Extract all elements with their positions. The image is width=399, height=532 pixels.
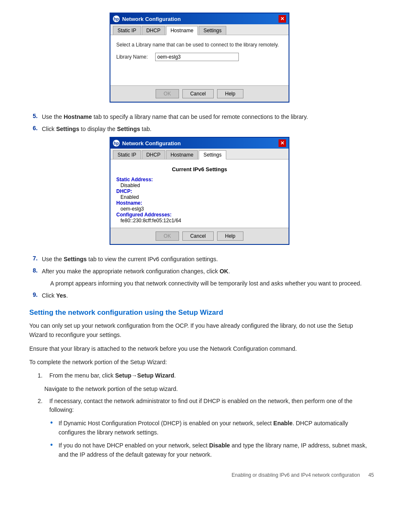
settings-help-button[interactable]: Help — [217, 231, 243, 241]
hp-icon: hp — [113, 15, 120, 22]
hostname-help-button[interactable]: Help — [217, 89, 243, 98]
main-content-top: 5. Use the Hostname tab to specify a lib… — [25, 113, 374, 134]
dhcp-value: Enabled — [116, 194, 283, 200]
step-7: 7. Use the Settings tab to view the curr… — [29, 255, 370, 264]
hostname-ok-button[interactable]: OK — [156, 89, 179, 98]
configured-value: fe80::230:8cff:fe05:12c1/64 — [116, 218, 283, 224]
page-number: 45 — [368, 472, 374, 478]
tab-dhcp-1[interactable]: DHCP — [142, 26, 165, 35]
step-5: 5. Use the Hostname tab to specify a lib… — [29, 113, 370, 121]
library-name-input[interactable] — [155, 53, 239, 61]
step-9-num: 9. — [29, 291, 38, 298]
setup-step-1-num: 1. — [38, 371, 45, 380]
setup-step-1: 1. From the menu bar, click Setup→Setup … — [38, 371, 370, 380]
step-8-sub: A prompt appears informing you that netw… — [29, 279, 370, 288]
step-8: 8. After you make the appropriate networ… — [29, 267, 370, 276]
settings-tabs: Static IP DHCP Hostname Settings — [110, 149, 289, 159]
dhcp-label: DHCP: — [116, 188, 283, 194]
static-address-value: Disabled — [116, 182, 283, 188]
hostname-label: Hostname: — [116, 200, 283, 206]
hostname-dialog-body: Select a Library name that can be used t… — [110, 35, 289, 85]
hostname-dialog: hp Network Configuration ✕ Static IP DHC… — [110, 13, 289, 103]
tab-settings-2[interactable]: Settings — [199, 150, 226, 159]
setup-step-1-sub: Navigate to the network portion of the s… — [44, 384, 370, 393]
settings-hp-icon: hp — [113, 140, 120, 146]
steps-5-6: 5. Use the Hostname tab to specify a lib… — [29, 113, 370, 134]
settings-dialog-wrapper: hp Network Configuration ✕ Static IP DHC… — [25, 137, 374, 245]
step-8-text: After you make the appropriate network c… — [42, 267, 370, 276]
setup-step-2: 2. If necessary, contact the network adm… — [38, 397, 370, 414]
step-9: 9. Click Yes. — [29, 291, 370, 300]
hostname-tabs: Static IP DHCP Hostname Settings — [110, 24, 289, 35]
static-address-label: Static Address: — [116, 177, 283, 182]
step-5-num: 5. — [29, 113, 38, 119]
hostname-close-button[interactable]: ✕ — [279, 15, 286, 23]
footer-text: Enabling or disabling IPv6 and IPv4 netw… — [232, 472, 360, 478]
hostname-dialog-footer: OK Cancel Help — [110, 85, 289, 102]
library-name-label: Library Name: — [116, 54, 152, 60]
settings-dialog-title: Network Configuration — [122, 140, 181, 146]
settings-ok-button[interactable]: OK — [156, 231, 179, 241]
step-7-text: Use the Settings tab to view the current… — [42, 255, 370, 264]
tab-static-ip-1[interactable]: Static IP — [113, 26, 141, 35]
settings-dialog: hp Network Configuration ✕ Static IP DHC… — [110, 137, 289, 245]
bullet-dot-2: • — [50, 441, 55, 450]
step-6-num: 6. — [29, 125, 38, 131]
step-7-num: 7. — [29, 255, 38, 262]
step-8-sub-text: A prompt appears informing you that netw… — [50, 279, 370, 288]
hostname-dialog-wrapper: hp Network Configuration ✕ Static IP DHC… — [25, 13, 374, 103]
setup-steps: 1. From the menu bar, click Setup→Setup … — [38, 371, 370, 380]
step-9-text: Click Yes. — [42, 291, 370, 300]
step-6: 6. Click Settings to display the Setting… — [29, 125, 370, 134]
titlebar-left: hp Network Configuration — [113, 15, 181, 22]
tab-hostname-2[interactable]: Hostname — [166, 150, 198, 159]
settings-dialog-footer: OK Cancel Help — [110, 228, 289, 244]
settings-cancel-button[interactable]: Cancel — [182, 231, 214, 241]
hostname-dialog-title: Network Configuration — [122, 16, 181, 22]
settings-dialog-body: Current IPv6 Settings Static Address: Di… — [110, 159, 289, 228]
steps-7-9: 7. Use the Settings tab to view the curr… — [29, 255, 370, 300]
settings-heading: Current IPv6 Settings — [116, 166, 283, 172]
setup-step-2-text: If necessary, contact the network admini… — [49, 397, 370, 414]
settings-titlebar-left: hp Network Configuration — [113, 140, 181, 146]
section-para2: Ensure that your library is attached to … — [29, 344, 370, 353]
tab-static-ip-2[interactable]: Static IP — [113, 150, 141, 159]
main-content-mid: 7. Use the Settings tab to view the curr… — [25, 255, 374, 460]
section-para1: You can only set up your network configu… — [29, 321, 370, 340]
setup-steps-2: 2. If necessary, contact the network adm… — [38, 397, 370, 414]
step-6-text: Click Settings to display the Settings t… — [42, 125, 370, 134]
hostname-dialog-titlebar: hp Network Configuration ✕ — [110, 13, 289, 24]
bullet-2-text: If you do not have DHCP enabled on your … — [59, 441, 370, 460]
step-8-num: 8. — [29, 267, 38, 274]
settings-dialog-titlebar: hp Network Configuration ✕ — [110, 138, 289, 149]
library-name-row: Library Name: — [116, 53, 283, 61]
bullet-2: • If you do not have DHCP enabled on you… — [50, 441, 370, 460]
hostname-value: oem-eslg3 — [116, 206, 283, 212]
bullet-1: • If Dynamic Host Configuration Protocol… — [50, 419, 370, 437]
page-footer: Enabling or disabling IPv6 and IPv4 netw… — [25, 472, 374, 478]
tab-dhcp-2[interactable]: DHCP — [142, 150, 165, 159]
section-para3: To complete the network portion of the S… — [29, 357, 370, 367]
hostname-cancel-button[interactable]: Cancel — [182, 89, 214, 98]
hostname-description: Select a Library name that can be used t… — [116, 42, 283, 48]
setup-step-2-num: 2. — [38, 397, 45, 414]
bullet-dot-1: • — [50, 419, 55, 428]
step-5-text: Use the Hostname tab to specify a librar… — [42, 113, 370, 121]
bullet-list: • If Dynamic Host Configuration Protocol… — [50, 419, 370, 460]
tab-settings-1[interactable]: Settings — [199, 26, 226, 35]
section-heading: Setting the network configuration using … — [29, 308, 370, 317]
settings-close-button[interactable]: ✕ — [279, 139, 286, 147]
configured-label: Configured Addresses: — [116, 212, 283, 218]
tab-hostname-1[interactable]: Hostname — [166, 26, 198, 35]
bullet-1-text: If Dynamic Host Configuration Protocol (… — [59, 419, 370, 437]
setup-step-1-text: From the menu bar, click Setup→Setup Wiz… — [49, 371, 176, 380]
